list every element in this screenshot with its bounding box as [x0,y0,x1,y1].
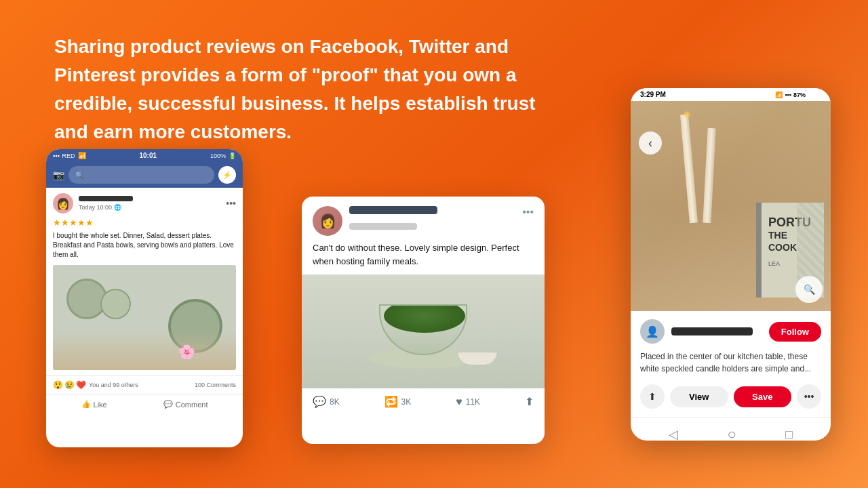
fb-battery-label: 100% [210,152,226,159]
fb-search-bar[interactable]: 🔍 [68,166,214,184]
pt-lens-icon: 🔍 [804,284,815,295]
fb-emoji-cry: 😢 [64,380,75,390]
pt-action-row: ⬆ View Save ••• [640,384,821,409]
facebook-phone: ▪▪▪ RED 📶 10:01 100% 🔋 📷 🔍 ⚡ 👩 Tod [46,149,243,447]
fb-messenger-icon[interactable]: ⚡ [218,166,236,184]
fb-like-button[interactable]: 👍 Like [76,397,113,411]
pt-battery-label: 87% [793,92,806,98]
tw-retweet-icon: 🔁 [384,395,398,408]
pt-more-icon: ••• [804,391,814,402]
pt-wifi-icon: 📶 [775,92,783,98]
fb-emoji-shock: 😲 [53,380,63,390]
pt-nav-back-icon[interactable]: ◁ [669,427,678,441]
fb-review-text: I bought the whole set. Dinner, Salad, d… [53,231,236,260]
tw-handle-bar [349,223,417,230]
fb-comment-label: Comment [176,401,208,409]
fb-post: 👩 Today 10:00 🌐 ••• ★★★★★ I bought the w… [46,188,243,375]
tw-post-image [302,274,545,388]
fb-reactions-count: You and 99 others [89,382,138,388]
pt-battery-icon [809,92,821,98]
fb-stars: ★★★★★ [53,218,236,228]
pt-back-icon: ‹ [648,136,652,150]
fb-like-icon: 👍 [81,400,91,409]
pt-share-button[interactable]: ⬆ [640,384,665,409]
pt-more-button[interactable]: ••• [797,384,821,409]
pt-status-bar: 3:29 PM 📶 ▪▪▪ 87% [631,88,831,101]
pt-image-area: PORTU THE COOK LEA ‹ 🔍 [631,101,831,311]
pt-user-avatar: 👤 [640,319,665,344]
pt-content: 👤 Follow Placed in the center of our kit… [631,311,831,417]
tw-like-action[interactable]: ♥ 11K [456,396,480,408]
fb-like-label: Like [94,401,107,409]
pt-description: Placed in the center of our kitchen tabl… [640,350,821,375]
pt-follow-button[interactable]: Follow [769,322,821,342]
tw-upload-icon: ⬆ [525,395,534,408]
search-icon: 🔍 [75,171,83,179]
fb-battery-icon: 🔋 [229,152,236,159]
pt-time: 3:29 PM [640,91,666,98]
fb-comment-icon: 💬 [163,400,173,409]
pt-nav-recent-icon[interactable]: □ [785,428,793,441]
pt-nav-bar: ◁ ○ □ [631,417,831,441]
fb-comment-button[interactable]: 💬 Comment [158,397,214,411]
tw-retweet-count: 3K [401,397,412,407]
fb-comments-count: 100 Comments [195,382,236,388]
pt-view-button[interactable]: View [670,386,728,407]
pt-user-row: 👤 Follow [640,319,821,344]
tw-action-row: 💬 8K 🔁 3K ♥ 11K ⬆ [302,388,545,415]
tw-comment-count: 8K [330,397,340,407]
fb-status-bar: ▪▪▪ RED 📶 10:01 100% 🔋 [46,149,243,162]
fb-toolbar: 📷 🔍 ⚡ [46,162,243,188]
headline: Sharing product reviews on Facebook, Twi… [54,33,570,146]
pt-user-name-bar [671,327,753,336]
fb-actions: 👍 Like 💬 Comment [46,394,243,414]
fb-avatar: 👩 [53,193,73,214]
pt-signal-icon: ▪▪▪ [785,92,791,98]
fb-signal-icon: ▪▪▪ [53,152,60,159]
fb-post-name-bar [79,196,133,201]
tw-avatar: 👩 [313,206,342,236]
tw-comment-action[interactable]: 💬 8K [313,395,340,408]
fb-emoji-heart: ❤️ [76,380,86,390]
pt-share-icon: ⬆ [648,391,656,402]
fb-post-image: 🌸 [53,265,236,370]
tw-dots[interactable]: ••• [522,206,534,218]
fb-post-time: Today 10:00 🌐 [79,204,226,211]
fb-wifi-icon: 📶 [78,152,86,159]
pinterest-phone: 3:29 PM 📶 ▪▪▪ 87% PORTU THE COOK LEA [631,88,831,441]
pt-save-button[interactable]: Save [734,386,792,407]
tw-retweet-action[interactable]: 🔁 3K [384,395,412,408]
fb-post-dots[interactable]: ••• [226,198,236,209]
pt-nav-home-icon[interactable]: ○ [727,426,736,441]
fb-time: 10:01 [139,152,157,159]
tw-like-count: 11K [466,397,480,407]
fb-carrier: RED [62,152,75,159]
tw-post-text: Can't do without these. Lovely simple de… [302,241,545,274]
pt-back-button[interactable]: ‹ [639,131,662,155]
tw-comment-icon: 💬 [313,395,326,408]
fb-camera-icon[interactable]: 📷 [53,169,64,180]
twitter-card: 👩 ••• Can't do without these. Lovely sim… [302,197,545,444]
tw-share-action[interactable]: ⬆ [525,395,534,408]
messenger-icon: ⚡ [222,171,232,180]
pt-lens-button[interactable]: 🔍 [795,276,823,303]
tw-heart-icon: ♥ [456,396,462,408]
tw-name-bar [349,206,437,214]
fb-reactions: 😲 😢 ❤️ You and 99 others 100 Comments [46,375,243,394]
